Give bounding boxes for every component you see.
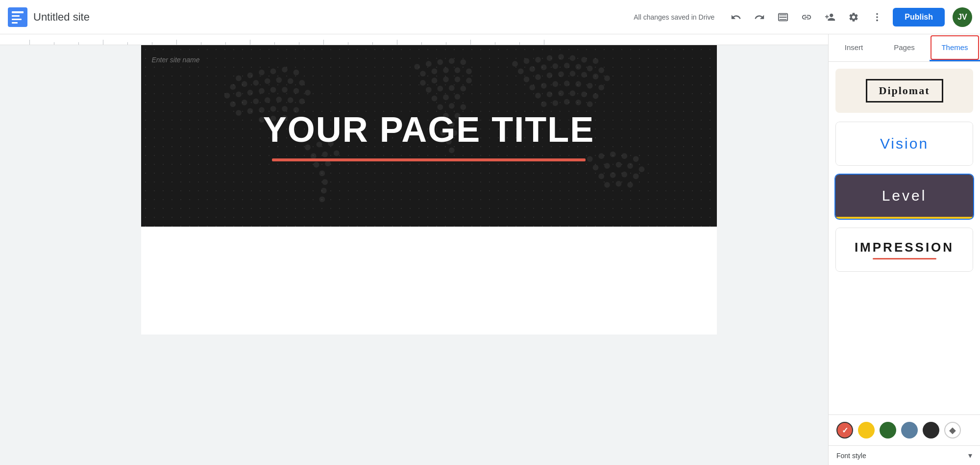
svg-point-9 xyxy=(236,76,242,81)
svg-point-82 xyxy=(547,55,553,61)
svg-rect-3 xyxy=(12,19,22,20)
undo-button[interactable] xyxy=(726,7,746,27)
svg-point-108 xyxy=(587,83,593,89)
preview-button[interactable] xyxy=(773,7,793,27)
swatch-yellow[interactable] xyxy=(858,422,875,439)
theme-level-label: Level xyxy=(882,187,927,204)
svg-point-143 xyxy=(599,173,605,179)
page-canvas: YOUR PAGE TITLE xyxy=(141,45,717,335)
theme-card-diplomat[interactable]: Diplomat xyxy=(834,68,974,114)
link-button[interactable] xyxy=(797,7,816,27)
chevron-down-icon: ▾ xyxy=(968,451,972,460)
svg-point-118 xyxy=(564,99,570,105)
swatch-green[interactable] xyxy=(880,422,896,439)
settings-button[interactable] xyxy=(844,7,863,27)
avatar[interactable]: JV xyxy=(953,7,972,27)
svg-point-10 xyxy=(247,73,253,78)
svg-point-113 xyxy=(570,90,576,96)
impression-underline xyxy=(873,258,936,259)
svg-point-129 xyxy=(319,171,325,177)
svg-point-146 xyxy=(633,173,639,179)
svg-point-70 xyxy=(449,103,455,109)
svg-point-32 xyxy=(253,99,259,104)
svg-point-116 xyxy=(541,102,547,107)
svg-point-49 xyxy=(438,59,443,65)
canvas-area: YOUR PAGE TITLE xyxy=(0,34,828,465)
svg-point-16 xyxy=(242,81,247,87)
svg-point-84 xyxy=(570,55,576,61)
redo-button[interactable] xyxy=(750,7,769,27)
sites-logo-icon xyxy=(8,7,27,27)
svg-point-126 xyxy=(334,150,340,156)
svg-point-17 xyxy=(253,80,259,86)
swatch-custom[interactable]: ◆ xyxy=(944,422,961,439)
svg-point-23 xyxy=(236,92,242,98)
svg-point-15 xyxy=(230,84,236,90)
svg-point-62 xyxy=(426,87,432,93)
tab-insert[interactable]: Insert xyxy=(829,34,879,61)
font-style-dropdown[interactable]: ▾ xyxy=(968,451,972,460)
publish-button[interactable]: Publish xyxy=(893,8,945,26)
panel-tabs: Insert Pages Themes xyxy=(829,34,980,62)
svg-point-89 xyxy=(541,64,547,70)
site-name-input[interactable] xyxy=(152,56,239,64)
svg-point-128 xyxy=(325,161,331,167)
svg-point-137 xyxy=(633,156,639,162)
svg-point-127 xyxy=(314,162,319,168)
svg-point-48 xyxy=(426,61,432,67)
svg-point-28 xyxy=(294,88,299,94)
svg-point-104 xyxy=(541,83,547,89)
svg-point-33 xyxy=(265,97,270,103)
svg-point-149 xyxy=(627,182,633,188)
svg-point-22 xyxy=(224,93,230,99)
theme-diplomat-label: Diplomat xyxy=(866,79,943,103)
svg-point-148 xyxy=(616,181,622,187)
svg-point-94 xyxy=(599,67,605,73)
theme-card-impression[interactable]: IMPRESSION xyxy=(834,227,974,273)
more-button[interactable] xyxy=(867,7,887,27)
svg-point-141 xyxy=(627,163,633,169)
theme-card-vision[interactable]: Vision xyxy=(834,121,974,167)
svg-point-131 xyxy=(321,188,327,194)
svg-point-144 xyxy=(610,172,616,178)
themes-list: Diplomat Vision Level IMPRESSION xyxy=(829,62,980,414)
svg-point-98 xyxy=(558,71,564,77)
svg-point-107 xyxy=(576,81,582,87)
svg-point-136 xyxy=(622,153,628,159)
svg-point-125 xyxy=(322,152,328,157)
svg-point-100 xyxy=(581,72,587,78)
custom-color-icon: ◆ xyxy=(949,425,956,436)
swatch-red[interactable]: ✓ xyxy=(836,422,853,439)
svg-point-135 xyxy=(610,152,616,157)
svg-point-120 xyxy=(587,102,593,107)
svg-point-24 xyxy=(247,90,253,96)
svg-point-66 xyxy=(432,96,438,102)
svg-point-87 xyxy=(518,69,524,75)
color-swatches: ✓ ◆ xyxy=(829,414,980,445)
more-vert-icon xyxy=(872,12,882,23)
theme-card-level[interactable]: Level xyxy=(834,174,974,220)
svg-point-119 xyxy=(576,100,582,105)
svg-point-93 xyxy=(587,66,593,72)
undo-icon xyxy=(731,12,741,23)
svg-point-37 xyxy=(236,110,242,116)
svg-point-85 xyxy=(581,57,587,63)
save-status: All changes saved in Drive xyxy=(634,13,714,21)
tab-pages[interactable]: Pages xyxy=(879,34,930,61)
tab-themes[interactable]: Themes xyxy=(930,34,980,61)
preview-icon xyxy=(778,12,788,23)
svg-rect-0 xyxy=(8,7,27,27)
svg-point-63 xyxy=(438,86,443,92)
swatch-dark[interactable] xyxy=(923,422,939,439)
share-button[interactable] xyxy=(820,7,840,27)
logo-area: Untitled site xyxy=(8,7,90,27)
swatch-blue[interactable] xyxy=(901,422,918,439)
content-section xyxy=(141,227,717,335)
svg-point-101 xyxy=(593,74,599,79)
svg-point-34 xyxy=(276,97,282,103)
hero-underline xyxy=(272,158,586,161)
svg-point-79 xyxy=(512,61,518,67)
svg-point-56 xyxy=(466,69,472,75)
svg-point-29 xyxy=(305,90,311,96)
svg-point-61 xyxy=(466,78,472,83)
